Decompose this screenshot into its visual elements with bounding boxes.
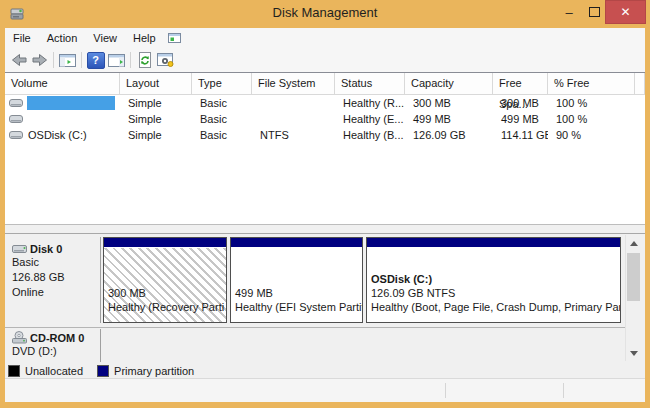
graphical-view: Disk 0 Basic 126.88 GB Online 300 MB Hea… bbox=[5, 233, 645, 378]
disk-row-separator bbox=[5, 327, 625, 328]
refresh-icon bbox=[137, 52, 153, 68]
disk0-name: Disk 0 bbox=[30, 243, 62, 255]
status-cell: Healthy (E... bbox=[335, 111, 405, 127]
disk-drive-icon bbox=[12, 243, 28, 255]
col-capacity[interactable]: Capacity bbox=[405, 73, 493, 95]
capacity-cell: 499 MB bbox=[405, 111, 493, 127]
partition-status: Healthy (Recovery Parti bbox=[108, 300, 224, 314]
volume-icon bbox=[9, 98, 24, 109]
status-cell: Healthy (B... bbox=[335, 127, 405, 143]
disk-settings-button[interactable] bbox=[155, 50, 176, 70]
cdrom-media: DVD (D:) bbox=[12, 344, 100, 359]
window-title: Disk Management bbox=[0, 0, 650, 28]
show-action-pane-button[interactable] bbox=[106, 50, 127, 70]
disk0-status: Online bbox=[12, 285, 100, 300]
status-separator bbox=[563, 383, 564, 398]
pct-free-cell: 90 % bbox=[548, 127, 635, 143]
volume-row-recovery[interactable]: Simple Basic Healthy (R... 300 MB 300 MB… bbox=[5, 95, 645, 111]
volume-list-header: Volume Layout Type File System Status Ca… bbox=[5, 73, 645, 95]
disk0-info-panel[interactable]: Disk 0 Basic 126.88 GB Online bbox=[5, 237, 101, 323]
capacity-cell: 300 MB bbox=[405, 95, 493, 111]
layout-cell: Simple bbox=[120, 95, 192, 111]
col-type[interactable]: Type bbox=[192, 73, 252, 95]
partition-type-bar bbox=[367, 238, 620, 248]
console-window-icon bbox=[168, 32, 181, 44]
pct-free-cell: 100 % bbox=[548, 111, 635, 127]
partition-type-bar bbox=[104, 238, 226, 248]
free-space-cell: 499 MB bbox=[493, 111, 548, 127]
help-icon: ? bbox=[87, 52, 105, 69]
pane-splitter[interactable] bbox=[5, 224, 645, 233]
cdrom-name: CD-ROM 0 bbox=[30, 332, 84, 344]
forward-button[interactable] bbox=[29, 50, 50, 70]
pct-free-cell: 100 % bbox=[548, 95, 635, 111]
partition-size: 300 MB bbox=[108, 286, 224, 300]
scroll-up-icon bbox=[630, 241, 638, 246]
layout-cell: Simple bbox=[120, 127, 192, 143]
free-space-cell: 300 MB bbox=[493, 95, 548, 111]
status-bar bbox=[5, 378, 645, 402]
vertical-scrollbar[interactable] bbox=[625, 235, 641, 361]
partition-recovery[interactable]: 300 MB Healthy (Recovery Parti bbox=[103, 237, 227, 323]
toolbar-separator bbox=[130, 52, 131, 68]
col-volume[interactable]: Volume bbox=[5, 73, 120, 95]
menu-action[interactable]: Action bbox=[39, 28, 86, 48]
partition-name: OSDisk (C:) bbox=[371, 272, 620, 286]
col-pct-free[interactable]: % Free bbox=[548, 73, 635, 95]
primary-partition-swatch bbox=[97, 365, 109, 377]
partition-status: Healthy (Boot, Page File, Crash Dump, Pr… bbox=[371, 300, 620, 314]
col-filler bbox=[635, 73, 645, 95]
partition-size: 499 MB bbox=[235, 286, 362, 300]
col-layout[interactable]: Layout bbox=[120, 73, 192, 95]
status-separator bbox=[445, 383, 446, 398]
volume-cell bbox=[5, 95, 120, 111]
unallocated-label: Unallocated bbox=[25, 365, 83, 377]
scrollbar-thumb[interactable] bbox=[627, 253, 640, 301]
menu-help[interactable]: Help bbox=[125, 28, 164, 48]
toolbar-separator bbox=[53, 52, 54, 68]
cdrom-info-panel[interactable]: CD-ROM 0 DVD (D:) bbox=[5, 329, 101, 362]
file-system-cell bbox=[252, 95, 335, 111]
primary-partition-label: Primary partition bbox=[114, 365, 194, 377]
volume-icon bbox=[9, 130, 24, 141]
close-button[interactable]: ✕ bbox=[605, 0, 646, 24]
type-cell: Basic bbox=[192, 95, 252, 111]
unallocated-swatch bbox=[8, 365, 20, 377]
forward-arrow-icon bbox=[31, 52, 49, 68]
volume-icon bbox=[9, 114, 24, 125]
cdrom-drive-icon bbox=[12, 331, 28, 344]
layout-cell: Simple bbox=[120, 111, 192, 127]
partition-efi[interactable]: 499 MB Healthy (EFI System Partit bbox=[230, 237, 363, 323]
partition-size: 126.09 GB NTFS bbox=[371, 286, 620, 300]
scroll-down-button[interactable] bbox=[626, 345, 641, 361]
minimize-button[interactable]: – bbox=[558, 0, 580, 24]
action-pane-icon bbox=[108, 53, 125, 68]
file-system-cell bbox=[252, 111, 335, 127]
status-cell: Healthy (R... bbox=[335, 95, 405, 111]
show-console-tree-button[interactable] bbox=[57, 50, 78, 70]
refresh-button[interactable] bbox=[134, 50, 155, 70]
col-free-space[interactable]: Free Spa... bbox=[493, 73, 548, 95]
disk0-size: 126.88 GB bbox=[12, 270, 100, 285]
back-button[interactable] bbox=[8, 50, 29, 70]
partition-status: Healthy (EFI System Partit bbox=[235, 300, 362, 314]
col-status[interactable]: Status bbox=[335, 73, 405, 95]
selected-volume-highlight bbox=[27, 96, 115, 110]
file-system-cell: NTFS bbox=[252, 127, 335, 143]
type-cell: Basic bbox=[192, 111, 252, 127]
menu-file[interactable]: File bbox=[5, 28, 39, 48]
partition-type-bar bbox=[231, 238, 362, 248]
toolbar: ? bbox=[5, 48, 645, 72]
volume-row-efi[interactable]: Simple Basic Healthy (E... 499 MB 499 MB… bbox=[5, 111, 645, 127]
capacity-cell: 126.09 GB bbox=[405, 127, 493, 143]
titlebar[interactable]: Disk Management – ✕ bbox=[0, 0, 650, 28]
maximize-button[interactable] bbox=[583, 0, 605, 24]
help-button[interactable]: ? bbox=[85, 50, 106, 70]
menu-view[interactable]: View bbox=[85, 28, 125, 48]
disk0-type: Basic bbox=[12, 255, 100, 270]
scroll-down-icon bbox=[630, 351, 638, 356]
col-file-system[interactable]: File System bbox=[252, 73, 335, 95]
scroll-up-button[interactable] bbox=[626, 235, 641, 251]
partition-osdisk[interactable]: OSDisk (C:) 126.09 GB NTFS Healthy (Boot… bbox=[366, 237, 621, 323]
volume-row-osdisk[interactable]: OSDisk (C:) Simple Basic NTFS Healthy (B… bbox=[5, 127, 645, 143]
